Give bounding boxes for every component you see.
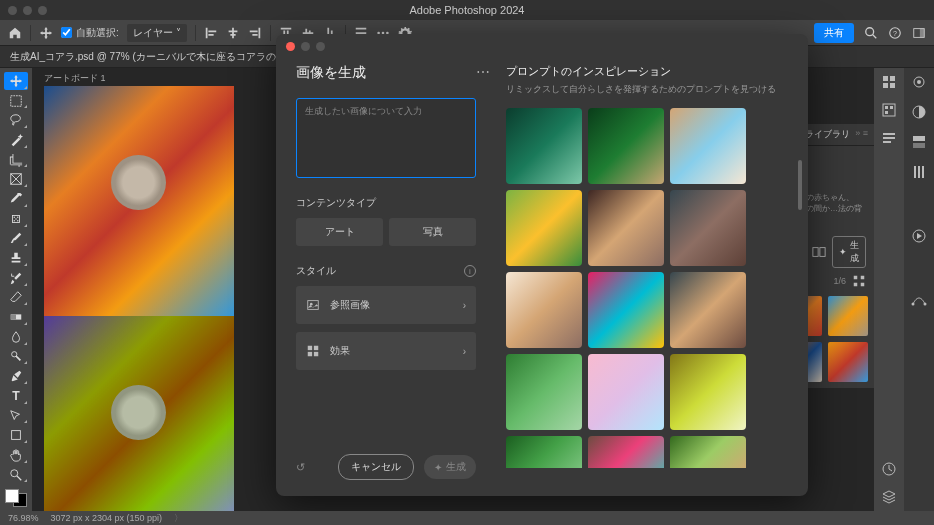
foreground-color[interactable] [5,489,19,503]
svg-rect-22 [883,76,888,81]
svg-point-53 [310,303,313,306]
align-right-icon[interactable] [248,26,262,40]
canvas-content [44,86,234,511]
style-label: スタイル [296,264,336,278]
svg-rect-28 [890,106,893,109]
history-brush-tool[interactable] [4,269,28,287]
inspiration-thumb[interactable] [506,272,582,348]
inspiration-thumb[interactable] [506,108,582,184]
adjustments-panel-icon[interactable] [911,104,927,120]
svg-rect-35 [913,143,925,148]
grid-view-icon[interactable] [852,274,866,288]
variation-thumb[interactable] [828,342,868,382]
search-icon[interactable] [864,26,878,40]
inspiration-thumb[interactable] [670,354,746,430]
content-type-art[interactable]: アート [296,218,383,246]
dialog-title: 画像を生成 [296,64,476,82]
inspiration-thumb[interactable] [670,108,746,184]
lasso-tool[interactable] [4,111,28,129]
inspiration-thumb[interactable] [506,190,582,266]
inspiration-thumb[interactable] [506,354,582,430]
compare-icon[interactable] [812,245,826,259]
brushes-panel-icon[interactable] [911,74,927,90]
generate-button[interactable]: ✦ 生成 [832,236,866,268]
share-button[interactable]: 共有 [814,23,854,43]
inspiration-thumb[interactable] [588,272,664,348]
reset-icon[interactable]: ↺ [296,461,305,474]
cancel-button[interactable]: キャンセル [338,454,414,480]
actions-panel-icon[interactable] [911,228,927,244]
svg-rect-25 [890,83,895,88]
workspace-icon[interactable] [912,26,926,40]
styles-panel-icon[interactable] [911,134,927,150]
swatches-panel-icon[interactable] [881,102,897,118]
svg-rect-36 [914,166,916,178]
color-panel-icon[interactable] [881,74,897,90]
color-swatches[interactable] [5,489,27,507]
inspiration-thumb[interactable] [670,436,746,468]
svg-rect-27 [885,106,888,109]
home-icon[interactable] [8,26,22,40]
content-type-photo[interactable]: 写真 [389,218,476,246]
window-controls[interactable] [8,6,47,15]
svg-rect-20 [12,431,21,440]
help-icon[interactable]: ? [888,26,902,40]
eraser-tool[interactable] [4,289,28,307]
inspiration-thumb[interactable] [588,108,664,184]
effects-row[interactable]: 効果 › [296,332,476,370]
svg-rect-24 [883,83,888,88]
svg-rect-34 [913,136,925,141]
svg-point-13 [15,218,16,219]
inspiration-thumb[interactable] [588,190,664,266]
svg-point-3 [866,27,874,35]
channels-panel-icon[interactable] [911,164,927,180]
marquee-tool[interactable] [4,92,28,110]
inspiration-thumb[interactable] [588,436,664,468]
svg-point-40 [912,303,915,306]
history-panel-icon[interactable] [881,461,897,477]
magic-wand-tool[interactable] [4,131,28,149]
variation-thumb[interactable] [828,296,868,336]
inspiration-thumb[interactable] [670,272,746,348]
dodge-tool[interactable] [4,348,28,366]
blur-tool[interactable] [4,328,28,346]
scrollbar[interactable] [798,160,802,210]
properties-panel-icon[interactable] [881,130,897,146]
auto-select-dropdown[interactable]: レイヤー ˅ [127,24,187,42]
svg-rect-55 [314,346,318,350]
reference-image-row[interactable]: 参照画像 › [296,286,476,324]
inspiration-thumb[interactable] [506,436,582,468]
info-icon[interactable]: i [464,265,476,277]
path-tool[interactable] [4,407,28,425]
crop-tool[interactable] [4,151,28,169]
healing-tool[interactable] [4,210,28,228]
align-center-h-icon[interactable] [226,26,240,40]
svg-rect-51 [861,282,865,286]
eyedropper-tool[interactable] [4,190,28,208]
status-bar: 76.98% 3072 px x 2304 px (150 ppi) 〉 [0,511,934,525]
zoom-tool[interactable] [4,466,28,484]
dialog-menu-icon[interactable]: ⋯ [476,64,490,80]
inspiration-thumb[interactable] [588,354,664,430]
prompt-textarea[interactable]: 生成したい画像について入力 [296,98,476,178]
align-left-icon[interactable] [204,26,218,40]
shape-tool[interactable] [4,426,28,444]
app-title: Adobe Photoshop 2024 [410,4,525,16]
dialog-window-controls[interactable] [286,42,325,51]
move-tool[interactable] [4,72,28,90]
type-tool[interactable]: T [4,387,28,405]
svg-rect-17 [11,314,16,319]
hand-tool[interactable] [4,446,28,464]
zoom-level[interactable]: 76.98% [8,513,39,523]
stamp-tool[interactable] [4,249,28,267]
paths-panel-icon[interactable] [911,292,927,308]
auto-select-checkbox[interactable]: 自動選択: [61,26,119,40]
svg-rect-57 [314,352,318,356]
gradient-tool[interactable] [4,308,28,326]
layers-panel-icon[interactable] [881,489,897,505]
svg-rect-46 [813,247,818,256]
brush-tool[interactable] [4,230,28,248]
frame-tool[interactable] [4,170,28,188]
inspiration-thumb[interactable] [670,190,746,266]
pen-tool[interactable] [4,367,28,385]
